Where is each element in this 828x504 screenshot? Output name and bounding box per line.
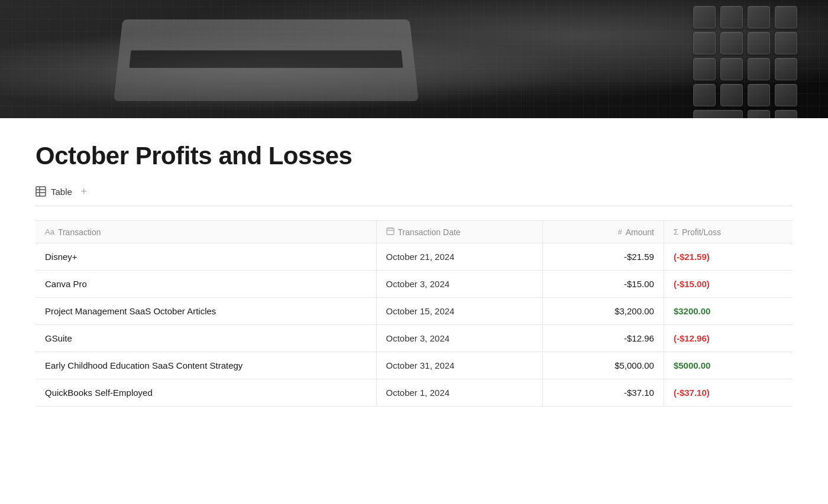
page-title: October Profits and Losses	[35, 142, 793, 170]
data-table: Aa Transaction	[35, 220, 793, 407]
cell-transaction: Early Childhood Education SaaS Content S…	[35, 352, 376, 379]
column-header-profit-loss[interactable]: Σ Profit/Loss	[664, 221, 793, 243]
cell-profit-loss: (-$12.96)	[664, 325, 793, 352]
cell-date: October 1, 2024	[376, 379, 543, 407]
table-row[interactable]: QuickBooks Self-EmployedOctober 1, 2024-…	[35, 379, 793, 407]
view-controls: Table +	[35, 184, 793, 206]
cell-amount: $5,000.00	[543, 352, 664, 379]
number-type-icon: #	[617, 227, 622, 236]
column-header-amount[interactable]: # Amount	[543, 221, 664, 243]
cell-amount: -$21.59	[543, 243, 664, 271]
cell-date: October 3, 2024	[376, 325, 543, 352]
cell-date: October 31, 2024	[376, 352, 543, 379]
cell-profit-loss: $5000.00	[664, 352, 793, 379]
cell-profit-loss: $3200.00	[664, 298, 793, 325]
cell-transaction: Project Management SaaS October Articles	[35, 298, 376, 325]
text-type-icon: Aa	[45, 227, 54, 236]
main-content: October Profits and Losses Table + Aa Tr…	[0, 118, 828, 430]
cell-transaction: GSuite	[35, 325, 376, 352]
cell-amount: -$37.10	[543, 379, 664, 407]
cell-date: October 3, 2024	[376, 271, 543, 298]
formula-icon: Σ	[674, 227, 678, 236]
table-header-row: Aa Transaction	[35, 221, 793, 243]
cell-amount: -$15.00	[543, 271, 664, 298]
table-icon	[35, 186, 46, 197]
column-header-date[interactable]: Transaction Date	[376, 221, 543, 243]
cell-amount: -$12.96	[543, 325, 664, 352]
hero-banner	[0, 0, 828, 118]
cell-date: October 15, 2024	[376, 298, 543, 325]
add-view-button[interactable]: +	[77, 184, 91, 199]
cell-profit-loss: (-$37.10)	[664, 379, 793, 407]
cell-transaction: Canva Pro	[35, 271, 376, 298]
cell-profit-loss: (-$15.00)	[664, 271, 793, 298]
calendar-icon	[386, 227, 394, 237]
cell-transaction: QuickBooks Self-Employed	[35, 379, 376, 407]
cell-amount: $3,200.00	[543, 298, 664, 325]
table-row[interactable]: Project Management SaaS October Articles…	[35, 298, 793, 325]
table-row[interactable]: Canva ProOctober 3, 2024-$15.00(-$15.00)	[35, 271, 793, 298]
svg-rect-0	[36, 187, 46, 196]
table-row[interactable]: GSuiteOctober 3, 2024-$12.96(-$12.96)	[35, 325, 793, 352]
cell-date: October 21, 2024	[376, 243, 543, 271]
cell-transaction: Disney+	[35, 243, 376, 271]
view-label: Table	[51, 187, 72, 197]
table-row[interactable]: Disney+October 21, 2024-$21.59(-$21.59)	[35, 243, 793, 271]
svg-rect-4	[387, 228, 394, 235]
cell-profit-loss: (-$21.59)	[664, 243, 793, 271]
table-row[interactable]: Early Childhood Education SaaS Content S…	[35, 352, 793, 379]
column-header-transaction[interactable]: Aa Transaction	[35, 221, 376, 243]
